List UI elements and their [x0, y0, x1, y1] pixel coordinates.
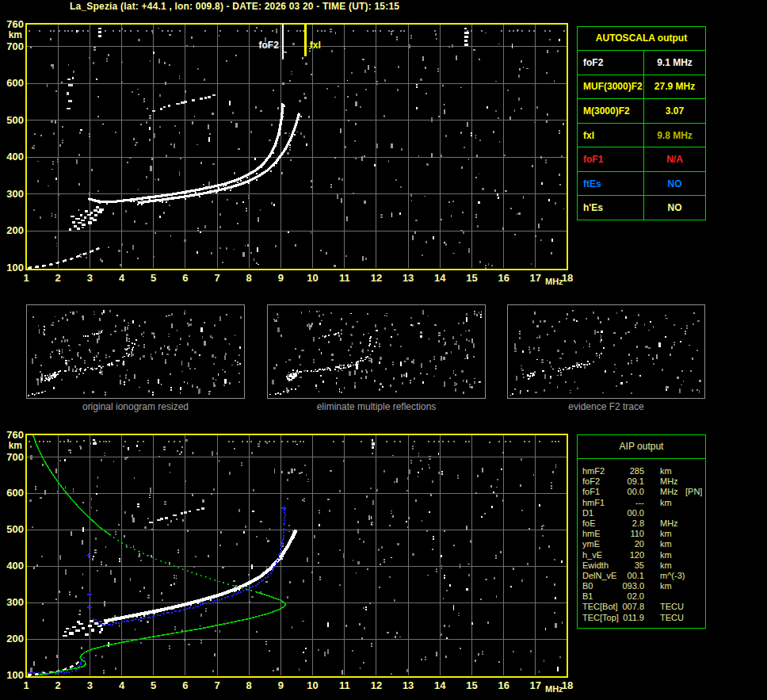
- density-profile-lower: [38, 591, 285, 675]
- station-title: La_Spezia (lat: +44.1 , lon: 009.8) - DA…: [70, 1, 399, 12]
- x-tick-label: 8: [246, 679, 252, 691]
- aip-cell: MHz: [660, 518, 678, 529]
- x-tick-label: 7: [214, 272, 219, 284]
- aip-cell: TECU: [660, 613, 684, 623]
- aip-cell: km: [660, 498, 672, 508]
- aip-table-header: AIP output: [578, 435, 705, 459]
- aip-cell: hmF1: [582, 498, 605, 508]
- y-axis-unit: km: [9, 29, 22, 40]
- fitted-outliers: [87, 605, 92, 610]
- aip-row-ymE: ymE20km: [578, 539, 705, 549]
- x-tick-label: 7: [214, 679, 219, 691]
- aip-row-hvE: h_vE120km: [578, 550, 705, 560]
- aip-cell: m^(-3): [660, 571, 685, 581]
- x-tick-label: 14: [434, 679, 446, 691]
- y-tick-label: 200: [6, 224, 24, 236]
- aip-cell: MHz: [660, 487, 678, 497]
- aip-row-hmE: hmE110km: [578, 529, 705, 539]
- aip-cell: 35: [608, 560, 644, 571]
- fitted-outliers: [281, 506, 286, 511]
- aip-cell: TECU: [660, 602, 684, 612]
- autoscala-row-label: MUF(3000)F2: [578, 75, 644, 99]
- aip-row-TECTop: TEC[Top]011.9TECU: [578, 613, 705, 623]
- aip-row-foF2: foF209.1MHz: [578, 476, 705, 487]
- aip-cell: km: [660, 466, 672, 476]
- aip-cell: B0: [582, 581, 593, 591]
- aip-cell: 00.0: [608, 508, 644, 518]
- x-tick-label: 17: [530, 272, 541, 284]
- x-tick-label: 6: [182, 272, 188, 284]
- x-tick-label: 4: [119, 272, 125, 284]
- autoscala-row-label: ftEs: [578, 172, 644, 196]
- autoscala-row-M3000F2: M(3000)F23.07: [578, 99, 705, 124]
- aip-cell: 007.8: [608, 602, 644, 612]
- aip-cell: Ewidth: [582, 560, 609, 571]
- y-tick-label: 700: [6, 40, 24, 52]
- autoscala-row-label: foF2: [578, 51, 644, 75]
- aip-cell: foF1: [582, 487, 600, 497]
- x-tick-label: 1: [23, 272, 29, 284]
- aip-row-DelNvE: DelN_vE00.1m^(-3): [578, 571, 705, 581]
- x-tick-label: 9: [278, 679, 284, 691]
- aip-cell: ---: [608, 498, 644, 508]
- x-tick-label: 2: [55, 679, 61, 691]
- x-tick-label: 12: [371, 679, 382, 691]
- aip-cell: D1: [582, 508, 593, 518]
- x-axis-unit: MHz: [545, 684, 563, 694]
- y-tick-label: 400: [6, 151, 24, 163]
- x-tick-label: 3: [87, 679, 93, 691]
- bottom-ionogram-frame: [26, 434, 567, 677]
- y-tick-label: 400: [6, 560, 24, 572]
- aip-output-table: AIP output hmF2285kmfoF209.1MHzfoF100.0M…: [577, 434, 706, 629]
- x-tick-label: 10: [307, 679, 318, 691]
- y-tick-label: 500: [6, 523, 24, 535]
- aip-table-rows: hmF2285kmfoF209.1MHzfoF100.0MHz[PN]hmF1-…: [578, 459, 705, 623]
- thumbnail-caption-original: original ionogram resized: [26, 401, 245, 412]
- x-tick-label: 6: [182, 679, 188, 691]
- autoscala-row-value: N/A: [644, 147, 705, 171]
- autoscala-table-header: AUTOSCALA output: [578, 27, 705, 51]
- x-tick-label: 5: [151, 272, 156, 284]
- fitted-outliers: [87, 592, 92, 597]
- y-tick-label: 760: [6, 429, 24, 441]
- x-tick-label: 10: [307, 272, 318, 284]
- aip-cell: 09.1: [608, 476, 644, 487]
- aip-cell: 011.9: [608, 613, 644, 623]
- autoscala-row-ftEs: ftEsNO: [578, 172, 705, 197]
- aip-cell: h_vE: [582, 550, 602, 560]
- y-tick-label: 600: [6, 487, 24, 499]
- aip-cell: 2.8: [608, 518, 644, 529]
- x-tick-label: 13: [403, 679, 414, 691]
- autoscala-output-table: AUTOSCALA output foF29.1 MHzMUF(3000)F22…: [577, 26, 706, 220]
- fof2-marker-label: foF2: [258, 40, 279, 51]
- autoscala-row-hEs: h'EsNO: [578, 196, 705, 220]
- autoscala-app-window: foF2fxI123456789101112131415161718MHz760…: [0, 0, 767, 700]
- y-tick-label: 100: [6, 262, 24, 273]
- y-tick-label: 300: [6, 188, 24, 200]
- x-tick-label: 12: [371, 272, 382, 284]
- top-ionogram: foF2fxI123456789101112131415161718MHz760…: [6, 18, 573, 286]
- aip-cell: 285: [608, 466, 644, 476]
- x-tick-label: 16: [498, 272, 509, 284]
- aip-cell: km: [660, 581, 672, 591]
- y-tick-label: 700: [6, 451, 24, 463]
- aip-cell: hmE: [582, 529, 601, 539]
- x-tick-label: 8: [246, 272, 252, 284]
- aip-cell: km: [660, 560, 672, 571]
- x-tick-label: 13: [403, 272, 414, 284]
- y-axis-unit: km: [9, 440, 22, 451]
- e-trace: [28, 248, 99, 268]
- y-tick-label: 600: [6, 77, 24, 89]
- aip-row-hmF1: hmF1---km: [578, 498, 705, 508]
- aip-row-hmF2: hmF2285km: [578, 466, 705, 476]
- thumbnail-caption-evidence: evidence F2 trace: [507, 401, 705, 412]
- raw-f-trace: [104, 530, 296, 621]
- aip-cell: [PN]: [685, 487, 702, 497]
- autoscala-row-value: 3.07: [644, 99, 705, 123]
- density-profile-middle: [109, 534, 255, 591]
- autoscala-row-fxI: fxI9.8 MHz: [578, 124, 705, 148]
- autoscala-row-value: NO: [644, 172, 705, 196]
- aip-cell: 00.1: [608, 571, 644, 581]
- y-tick-label: 200: [6, 633, 24, 645]
- y-tick-label: 760: [6, 18, 24, 30]
